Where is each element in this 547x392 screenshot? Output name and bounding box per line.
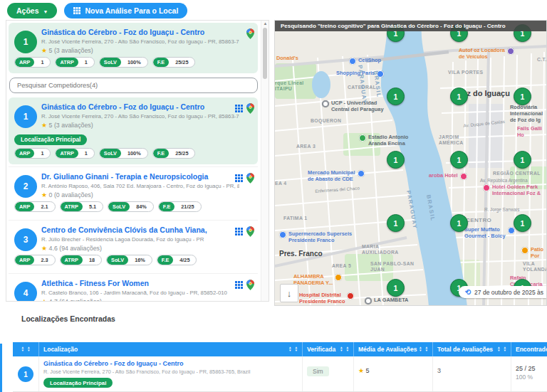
metric-badge-label: F.E: [153, 149, 170, 158]
map-pin-icon[interactable]: [246, 173, 254, 184]
competitors-panel: 1Ginástica do Cérebro - Foz do Iguaçu - …: [6, 20, 269, 302]
map-rank-marker[interactable]: 1: [514, 151, 531, 169]
metric-badge-label: F.E: [159, 202, 175, 211]
search-competitors-input[interactable]: [9, 78, 258, 93]
sort-arrows-icon: ▲▼: [419, 346, 422, 352]
competitor-title-link[interactable]: Ginástica do Cérebro - Foz do Iguaçu - C…: [41, 28, 239, 36]
competitor-card[interactable]: 2Dr. Giuliano Ginani - Terapia e Neurops…: [9, 166, 258, 218]
competitor-card[interactable]: 1Ginástica do Cérebro - Foz do Iguaçu - …: [9, 97, 258, 164]
metric-badge-fe: F.E21/25: [158, 201, 202, 212]
column-header-media[interactable]: Média de Avaliações▲▼▲▼: [354, 342, 433, 356]
map-rank-marker[interactable]: 1: [387, 151, 405, 169]
found-in-value: 25 / 25: [516, 365, 547, 372]
map-rank-marker[interactable]: 1: [387, 88, 405, 105]
card-icons: [235, 226, 254, 237]
card-icons: [246, 28, 254, 39]
star-icon: ★: [358, 367, 366, 374]
map-rank-marker[interactable]: 1: [387, 214, 405, 232]
metric-badge-arp: ARP1: [14, 57, 51, 68]
star-icon: ★: [41, 122, 49, 129]
top-toolbar: Ações ▼ Nova Análise Para o Local: [7, 3, 187, 18]
sort-icons[interactable]: ▲▼▲▼: [340, 346, 349, 352]
scroll-up-arrow[interactable]: ▲: [261, 21, 269, 26]
sort-icons[interactable]: ▲▼▲▼: [497, 346, 506, 352]
metric-badge-solv: SoLV100%: [99, 148, 148, 159]
grid-icon[interactable]: [235, 228, 243, 235]
card-foot: Localização PrincipalARP1ATRP1SoLV100%F.…: [14, 132, 239, 159]
rank-badge: 4: [14, 282, 37, 302]
rating-text: 4.7 (64 avaliações): [49, 298, 102, 302]
row-title-link[interactable]: Ginástica do Cérebro - Foz do Iguaçu - C…: [43, 360, 298, 367]
cell-avg-rating: ★ 5: [354, 356, 433, 391]
map-pin-icon[interactable]: [246, 28, 254, 39]
metric-badge-value: 25/25: [169, 149, 194, 158]
metric-badge-atrp: ATRP18: [60, 255, 102, 265]
metric-badge-value: 18: [83, 255, 101, 265]
column-header-rank[interactable]: ▲▼▲▼: [13, 342, 39, 356]
metric-badge-value: 2.1: [34, 202, 54, 211]
refresh-icon[interactable]: ⟲: [465, 288, 471, 296]
sort-icons[interactable]: ▲▼▲▼: [419, 346, 428, 352]
competitor-title-link[interactable]: Dr. Giuliano Ginani - Terapia e Neuropsi…: [41, 172, 239, 181]
column-header-verificada[interactable]: Verificada▲▼▲▼: [303, 342, 354, 356]
metric-badge-solv: SoLV16%: [106, 255, 152, 265]
cell-total-reviews: 3: [433, 356, 511, 391]
metric-badge-value: 1: [34, 58, 50, 67]
total-reviews-value: 3: [437, 367, 441, 374]
competitor-card[interactable]: 1Ginástica do Cérebro - Foz do Iguaçu - …: [9, 23, 258, 73]
competitor-card[interactable]: 3Centro de Convivência Clóvis da Cunha V…: [9, 220, 258, 271]
card-foot: ARP2.3ATRP18SoLV16%F.E4/25: [14, 255, 239, 265]
scroll-thumb[interactable]: [263, 28, 267, 79]
row-rank-badge: 1: [18, 366, 33, 382]
avg-rating-value: 5: [366, 367, 370, 374]
grid-icon: [73, 7, 80, 14]
map-rank-marker[interactable]: 1: [514, 88, 531, 105]
sort-icons[interactable]: ▲▼▲▼: [21, 346, 30, 352]
column-header-label: Verificada: [307, 346, 335, 353]
map-rank-marker[interactable]: 1: [450, 214, 468, 232]
map-rank-marker[interactable]: 1: [450, 88, 468, 105]
competitor-title-link[interactable]: Centro de Convivência Clóvis da Cunha Vi…: [41, 226, 239, 234]
competitor-title-link[interactable]: Ginástica do Cérebro - Foz do Iguaçu - C…: [41, 102, 239, 111]
map-pin-icon[interactable]: [246, 280, 254, 290]
metric-badge-atrp: ATRP1: [55, 148, 94, 159]
metric-badge-label: ARP: [15, 149, 34, 158]
competitor-title-link[interactable]: Atlethica - Fitness For Women: [41, 279, 239, 287]
list-scrollbar[interactable]: ▲: [261, 21, 269, 301]
map-rank-marker[interactable]: 1: [387, 279, 405, 297]
metric-badge-value: 1: [78, 58, 94, 67]
metric-badge-label: ARP: [15, 58, 34, 67]
map-download-button[interactable]: ↓: [280, 284, 298, 302]
map-rank-marker[interactable]: 1: [514, 214, 531, 232]
acoes-button[interactable]: Ações ▼: [7, 3, 57, 18]
found-in-percent: 100 %: [516, 374, 547, 381]
grid-icon[interactable]: [235, 281, 243, 289]
sort-arrows-icon: ▲▼: [345, 346, 349, 352]
map-panel[interactable]: Pesquisando "treino cognitivo" para Giná…: [274, 20, 547, 306]
column-header-label: Média de Avaliações: [358, 346, 417, 353]
metric-badge-label: F.E: [153, 58, 170, 67]
card-icons: [235, 280, 254, 290]
sort-icons[interactable]: ▲▼▲▼: [288, 346, 298, 352]
grid-icon[interactable]: [235, 174, 243, 182]
metric-badge-solv: SoLV100%: [99, 57, 148, 68]
card-icons: [235, 103, 254, 114]
grid-icon[interactable]: [235, 105, 243, 112]
column-header-total[interactable]: Total de Avaliações▲▼▲▼: [433, 342, 511, 356]
nova-analise-button[interactable]: Nova Análise Para o Local: [64, 3, 187, 18]
chevron-down-icon: ▼: [43, 9, 48, 14]
column-header-encontrado[interactable]: Encontrado em▲▼▲▼: [511, 342, 547, 356]
main-location-badge: Localização Principal: [14, 134, 87, 145]
map-pin-icon[interactable]: [246, 226, 254, 237]
map-base: [275, 21, 547, 306]
column-header-localizacao[interactable]: Localização▲▼▲▼: [39, 342, 303, 356]
metric-badge-value: 25/25: [169, 58, 194, 67]
metric-badge-value: 1: [78, 149, 94, 158]
table-row[interactable]: 1Ginástica do Cérebro - Foz do Iguaçu - …: [13, 356, 547, 392]
map-rank-marker[interactable]: 1: [450, 151, 468, 169]
rank-badge: 1: [14, 105, 37, 128]
cell-verified: Sim: [303, 356, 354, 391]
sort-arrows-icon: ▲▼: [27, 346, 31, 352]
map-pin-icon[interactable]: [246, 103, 254, 114]
competitor-card[interactable]: 4Atlethica - Fitness For WomenR. Castelo…: [9, 273, 258, 302]
